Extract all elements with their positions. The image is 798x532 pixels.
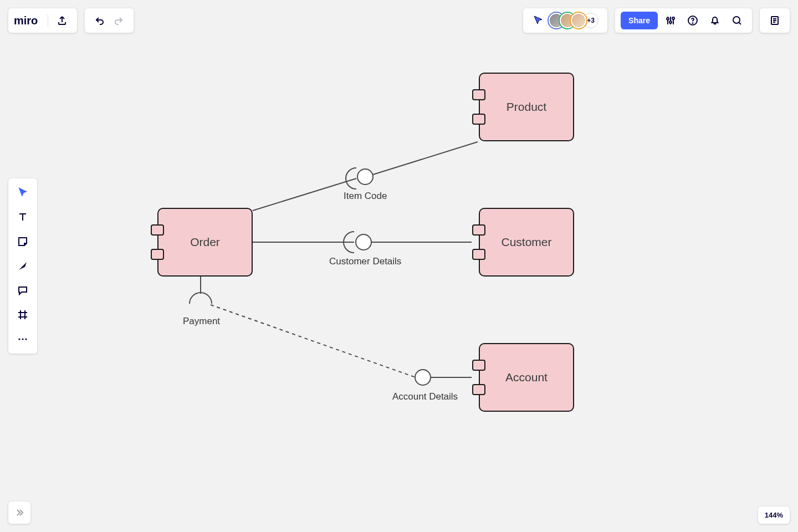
main-menu-panel: miro: [8, 8, 77, 33]
component-label: Account: [505, 371, 548, 384]
tool-frame[interactable]: [12, 304, 34, 326]
component-order[interactable]: Order: [157, 208, 253, 277]
tool-sticky-note[interactable]: [12, 231, 34, 253]
tool-more[interactable]: [12, 328, 34, 350]
canvas[interactable]: Order Product Customer Account Item Code…: [0, 0, 798, 532]
svg-point-10: [667, 18, 669, 20]
settings-icon[interactable]: [661, 11, 680, 30]
svg-point-19: [25, 338, 27, 340]
component-account[interactable]: Account: [479, 343, 574, 412]
interface-label-customer-details[interactable]: Customer Details: [329, 256, 401, 267]
component-port: [472, 249, 485, 260]
component-port: [472, 360, 485, 371]
interface-label-item-code[interactable]: Item Code: [344, 191, 387, 202]
svg-point-8: [415, 370, 431, 385]
app-logo[interactable]: miro: [14, 14, 43, 27]
collaborators-panel: +3: [523, 8, 607, 33]
svg-point-17: [18, 338, 20, 340]
svg-point-1: [357, 169, 373, 185]
left-toolbar: [8, 178, 37, 354]
tool-connector[interactable]: [12, 255, 34, 277]
present-cursor-icon[interactable]: [529, 11, 548, 30]
component-port: [472, 384, 485, 395]
svg-point-12: [672, 17, 674, 19]
component-port: [151, 224, 164, 236]
tool-select[interactable]: [12, 182, 34, 204]
tool-comment[interactable]: [12, 279, 34, 301]
component-port: [472, 114, 485, 125]
component-label: Product: [507, 100, 546, 114]
component-label: Customer: [501, 236, 551, 249]
svg-point-15: [733, 17, 740, 23]
share-button[interactable]: Share: [621, 12, 658, 29]
svg-point-18: [22, 338, 23, 340]
svg-point-4: [356, 234, 371, 250]
component-port: [151, 249, 164, 260]
interface-label-account-details[interactable]: Account Details: [392, 391, 458, 402]
redo-icon[interactable]: [109, 11, 128, 30]
svg-line-2: [373, 142, 478, 175]
avatar-stack[interactable]: +3: [548, 13, 602, 28]
svg-line-7: [211, 305, 416, 377]
svg-line-0: [253, 178, 356, 211]
history-panel: [85, 8, 134, 33]
svg-point-14: [693, 23, 693, 23]
notes-icon[interactable]: [765, 11, 784, 30]
interface-label-payment[interactable]: Payment: [183, 316, 220, 327]
avatar[interactable]: [571, 13, 586, 28]
expand-toolbar-button[interactable]: [8, 502, 30, 524]
search-icon[interactable]: [728, 11, 746, 30]
notifications-icon[interactable]: [705, 11, 724, 30]
undo-icon[interactable]: [90, 11, 109, 30]
component-port: [472, 224, 485, 236]
zoom-level[interactable]: 144%: [758, 507, 790, 524]
tool-text[interactable]: [12, 206, 34, 228]
export-icon[interactable]: [53, 11, 71, 30]
actions-panel: Share: [615, 8, 752, 33]
component-label: Order: [190, 236, 220, 249]
svg-point-11: [669, 21, 672, 23]
component-product[interactable]: Product: [479, 73, 574, 141]
component-customer[interactable]: Customer: [479, 208, 574, 277]
notes-panel: [760, 8, 790, 33]
divider: [48, 14, 48, 27]
help-icon[interactable]: [683, 11, 702, 30]
component-port: [472, 89, 485, 100]
